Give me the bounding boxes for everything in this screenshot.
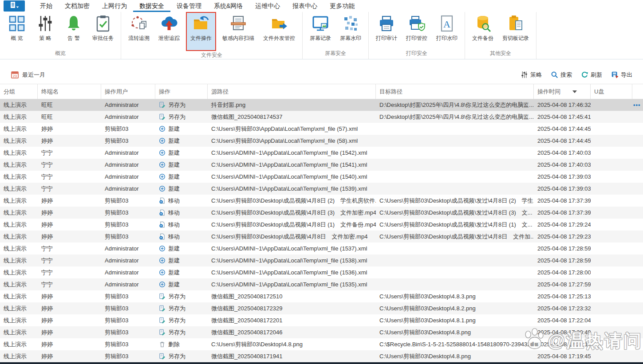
cell-terminal: 宁宁 <box>38 183 101 195</box>
ribbon-item-file-backup[interactable]: 文件备份 <box>470 14 495 47</box>
table-row[interactable]: 线上演示宁宁Administrator新建C:\Users\ADMINI~1\A… <box>0 159 643 171</box>
filter-action-label: 刷新 <box>591 71 602 79</box>
filter-action-policy[interactable]: 策略 <box>521 71 542 79</box>
table-row[interactable]: 线上演示婷婷剪辑部03删除C:\Users\剪辑部03\Desktop\4.8.… <box>0 338 643 350</box>
ribbon-item-content-scan[interactable]: 敏感内容扫描 <box>221 14 256 47</box>
table-row[interactable]: 线上演示婷婷剪辑部03另存为微信截图_20250408172329C:\User… <box>0 302 643 314</box>
table-row[interactable]: 线上演示婷婷剪辑部03另存为微信截图_20250408172046C:\User… <box>0 326 643 338</box>
cell-group: 线上演示 <box>0 278 38 290</box>
table-row[interactable]: 线上演示旺旺Administrator另存为微信截图_2025040817453… <box>0 111 643 123</box>
new-icon <box>159 161 166 168</box>
cell-usb <box>591 290 632 302</box>
menu-tab-1[interactable]: 文档加密 <box>59 0 96 12</box>
cell-group: 线上演示 <box>0 207 38 219</box>
new-icon <box>159 137 166 144</box>
cell-source-path: C:\Users\剪辑部03\Desktop\成品视频\4月8日 文件加密.mp… <box>208 231 376 243</box>
cell-actions <box>632 243 643 254</box>
menu-tab-3[interactable]: 数据安全 <box>133 0 170 12</box>
table-row[interactable]: 线上演示宁宁Administrator新建C:\Users\ADMINI~1\A… <box>0 266 643 278</box>
cell-operation: 新建 <box>155 147 208 159</box>
column-header-3[interactable]: 操作 <box>155 84 208 99</box>
filter-action-export[interactable]: 导出 <box>611 71 632 79</box>
cell-terminal: 婷婷 <box>38 302 101 314</box>
column-header-7[interactable]: U盘 <box>591 84 632 99</box>
ribbon-item-leak-track[interactable]: 泄密追踪 <box>157 14 181 47</box>
menu-tab-5[interactable]: 系统&网络 <box>208 0 249 12</box>
table-row[interactable]: 线上演示婷婷剪辑部03另存为微信截图_20250408172201C:\User… <box>0 314 643 326</box>
cell-terminal: 婷婷 <box>38 135 101 147</box>
policy-sliders-icon <box>521 71 528 78</box>
ribbon-items: 打印审计打印管控A打印水印 <box>374 14 459 47</box>
menu-tab-8[interactable]: 更多功能 <box>323 0 361 12</box>
cell-terminal: 婷婷 <box>38 350 101 362</box>
cell-source-path: C:\Users\剪辑部03\Desktop\成品视频\4月8日 (2) 学生机… <box>208 195 376 207</box>
ribbon-item-screen-watermark[interactable]: 屏幕水印 <box>338 14 363 47</box>
ribbon-item-print-watermark[interactable]: A打印水印 <box>434 14 459 47</box>
cell-actions <box>632 326 643 338</box>
column-header-8[interactable] <box>632 84 643 99</box>
menu-tab-4[interactable]: 设备管理 <box>170 0 208 12</box>
table-row[interactable]: 线上演示婷婷剪辑部03移动C:\Users\剪辑部03\Desktop\成品视频… <box>0 231 643 243</box>
cell-terminal: 宁宁 <box>38 266 101 278</box>
menu-tab-0[interactable]: 开始 <box>34 0 59 12</box>
app-menu-button[interactable] <box>4 0 25 12</box>
table-row[interactable]: 线上演示宁宁Administrator新建C:\Users\ADMINI~1\A… <box>0 183 643 195</box>
cell-actions <box>632 350 643 362</box>
menu-tab-6[interactable]: 运维中心 <box>249 0 286 12</box>
table-row[interactable]: 线上演示宁宁Administrator新建C:\Users\ADMINI~1\A… <box>0 278 643 290</box>
menu-tab-7[interactable]: 报表中心 <box>286 0 323 12</box>
date-range-filter[interactable]: 23 最近一月 <box>11 70 45 79</box>
ribbon-item-print-audit[interactable]: 打印审计 <box>374 14 399 47</box>
table-row[interactable]: 线上演示婷婷剪辑部03移动C:\Users\剪辑部03\Desktop\成品视频… <box>0 219 643 231</box>
table-row[interactable]: 线上演示婷婷剪辑部03移动C:\Users\剪辑部03\Desktop\成品视频… <box>0 207 643 219</box>
ribbon-item-screen-record[interactable]: 屏幕记录 <box>308 14 333 47</box>
cell-target-path <box>376 123 534 135</box>
ribbon-item-clipboard-record[interactable]: 剪切板记录 <box>501 14 531 47</box>
column-header-5[interactable]: 目标路径 <box>376 84 534 99</box>
cell-terminal: 宁宁 <box>38 254 101 266</box>
column-header-1[interactable]: 终端名 <box>38 84 101 99</box>
table-row[interactable]: 线上演示宁宁Administrator新建C:\Users\ADMINI~1\A… <box>0 147 643 159</box>
cell-time: 2025-04-08 17:37:39 <box>534 195 591 207</box>
table-row[interactable]: 线上演示宁宁Administrator新建C:\Users\ADMINI~1\A… <box>0 254 643 266</box>
column-header-4[interactable]: 源路径 <box>208 84 376 99</box>
cell-terminal: 婷婷 <box>38 290 101 302</box>
ribbon-item-alert-bell[interactable]: 告 警 <box>62 14 85 47</box>
column-header-0[interactable]: 分组 <box>0 84 38 99</box>
column-header-2[interactable]: 操作用户 <box>101 84 155 99</box>
table-row[interactable]: 线上演示婷婷剪辑部03新建C:\Users\剪辑部03\AppData\Loca… <box>0 135 643 147</box>
ribbon-item-overview-grid[interactable]: 概 览 <box>5 14 28 47</box>
cell-source-path: C:\Users\ADMINI~1\AppData\Local\Temp\xml… <box>208 171 376 183</box>
operation-label: 移动 <box>168 233 180 241</box>
table-row[interactable]: 线上演示婷婷剪辑部03另存为微信截图_20250408172510C:\User… <box>0 290 643 302</box>
cell-usb <box>591 183 632 195</box>
ribbon-item-policy-sliders[interactable]: 策 略 <box>34 14 57 47</box>
table-row[interactable]: 线上演示婷婷剪辑部03另存为微信截图_20250408171941C:\User… <box>0 350 643 362</box>
ribbon-item-flow-trace[interactable]: 流转追溯 <box>126 14 151 47</box>
filter-action-search[interactable]: 搜索 <box>551 71 572 79</box>
screen-watermark-icon <box>342 15 359 32</box>
ribbon-item-file-outgoing[interactable]: 文件外发管控 <box>261 14 297 47</box>
ribbon-item-label: 文件操作 <box>190 35 212 42</box>
table-row[interactable]: 线上演示宁宁Administrator新建C:\Users\ADMINI~1\A… <box>0 243 643 254</box>
ribbon-item-approval-tasks[interactable]: 审批任务 <box>91 14 115 47</box>
ribbon-item-print-control[interactable]: 打印管控 <box>404 14 429 47</box>
table-row[interactable]: 线上演示婷婷剪辑部03新建C:\Users\剪辑部03\AppData\Loca… <box>0 123 643 135</box>
column-header-6[interactable]: 操作时间 <box>534 84 591 99</box>
column-header-label: 终端名 <box>41 88 59 96</box>
move-icon <box>159 197 166 204</box>
table-row[interactable]: 线上演示婷婷剪辑部03移动C:\Users\剪辑部03\Desktop\成品视频… <box>0 195 643 207</box>
table-row[interactable]: 线上演示旺旺Administrator另存为抖音封面.pngD:\Desktop… <box>0 99 643 111</box>
cell-usb <box>591 231 632 243</box>
print-watermark-icon: A <box>438 15 456 32</box>
cell-group: 线上演示 <box>0 159 38 171</box>
save-as-icon <box>159 114 166 120</box>
filter-action-refresh[interactable]: 刷新 <box>581 71 602 79</box>
menu-tab-2[interactable]: 上网行为 <box>96 0 133 12</box>
cell-actions <box>632 290 643 302</box>
table-row[interactable]: 线上演示宁宁Administrator新建C:\Users\ADMINI~1\A… <box>0 171 643 183</box>
cell-operation: 另存为 <box>155 302 208 314</box>
sort-desc-icon[interactable] <box>572 90 577 93</box>
ribbon-item-file-operations[interactable]: 文件操作 <box>186 12 216 51</box>
row-actions-button[interactable]: ••• <box>632 99 643 111</box>
